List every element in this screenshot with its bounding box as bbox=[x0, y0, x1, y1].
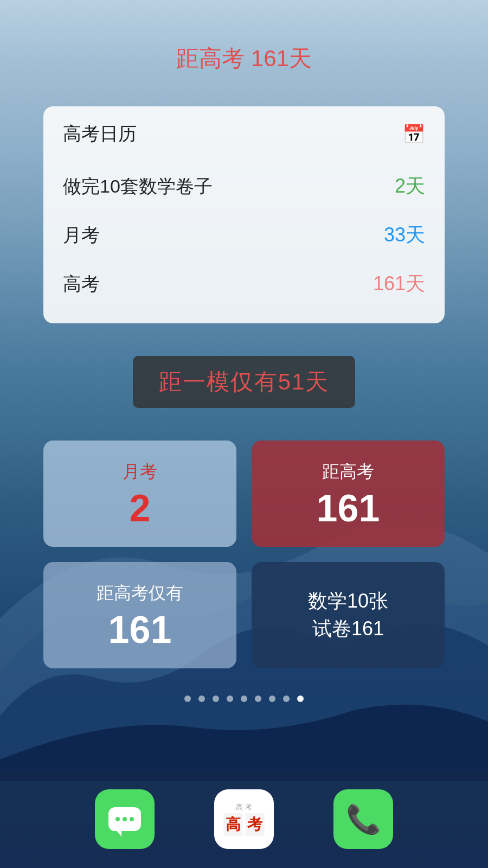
card-row-label-1: 月考 bbox=[63, 223, 100, 248]
card-row-value-2: 161天 bbox=[373, 271, 425, 297]
widget-shuxue-line2: 试卷161 bbox=[312, 616, 384, 642]
top-countdown-label: 距高考 161天 bbox=[176, 46, 312, 71]
card-row-1: 月考 33天 bbox=[63, 211, 425, 260]
phone-app-icon[interactable]: 📞 bbox=[333, 789, 393, 849]
top-countdown: 距高考 161天 bbox=[176, 43, 312, 74]
card-row-label-2: 高考 bbox=[63, 272, 100, 297]
gaokao-char-kao: 考 bbox=[245, 813, 265, 836]
dot-7 bbox=[283, 695, 290, 702]
card-row-value-0: 2天 bbox=[395, 173, 425, 200]
widget-shuxue[interactable]: 数学10张 试卷161 bbox=[252, 562, 445, 668]
card-header: 高考日历 📅 bbox=[63, 122, 425, 152]
msg-dot-1 bbox=[115, 817, 120, 821]
dot-2 bbox=[213, 695, 219, 702]
dot-1 bbox=[198, 695, 205, 702]
calendar-icon: 📅 bbox=[402, 123, 425, 145]
widget-grid: 月考 2 距高考 161 距高考仅有 161 数学10张 试卷161 bbox=[43, 441, 445, 668]
page-dots bbox=[184, 695, 304, 702]
widget-yuekao-number: 2 bbox=[130, 489, 151, 527]
dock: 高 考 高 考 📞 bbox=[0, 770, 488, 868]
card-row-0: 做完10套数学卷子 2天 bbox=[63, 162, 425, 211]
widget-jugaokao-jinyou-label: 距高考仅有 bbox=[97, 582, 183, 605]
card-row-2: 高考 161天 bbox=[63, 260, 425, 308]
widget-shuxue-content: 数学10张 试卷161 bbox=[308, 589, 388, 642]
widget-shuxue-line1: 数学10张 bbox=[308, 589, 388, 614]
banner-text: 距一模仅有51天 bbox=[159, 369, 330, 394]
gaokao-app-top: 高 考 bbox=[236, 802, 252, 812]
dot-5 bbox=[255, 695, 261, 702]
banner[interactable]: 距一模仅有51天 bbox=[133, 356, 356, 408]
widget-jugaokao-label: 距高考 bbox=[322, 460, 374, 484]
msg-dot-2 bbox=[123, 817, 127, 821]
widget-jugugaokao[interactable]: 距高考 161 bbox=[252, 441, 445, 547]
gaokao-app-icon[interactable]: 高 考 高 考 bbox=[214, 789, 274, 849]
card-row-label-0: 做完10套数学卷子 bbox=[63, 174, 213, 199]
gaokao-app-chars: 高 考 bbox=[223, 813, 265, 836]
messages-app-icon[interactable] bbox=[95, 789, 155, 849]
dot-6 bbox=[269, 695, 275, 702]
messages-bubble bbox=[108, 807, 141, 831]
dot-8 bbox=[297, 695, 304, 702]
card-title: 高考日历 bbox=[63, 122, 137, 146]
widget-jugaokao-jinyou[interactable]: 距高考仅有 161 bbox=[43, 562, 236, 668]
widget-yuekao-label: 月考 bbox=[123, 460, 157, 484]
widget-jugaokao-jinyou-number: 161 bbox=[108, 611, 172, 649]
phone-icon: 📞 bbox=[346, 803, 381, 836]
card-row-value-1: 33天 bbox=[384, 222, 425, 248]
msg-dot-3 bbox=[130, 817, 134, 821]
widget-jugaokao-number: 161 bbox=[317, 489, 380, 527]
card-widget: 高考日历 📅 做完10套数学卷子 2天 月考 33天 高考 161天 bbox=[43, 106, 445, 323]
dot-4 bbox=[241, 695, 247, 702]
dot-3 bbox=[227, 695, 233, 702]
dot-0 bbox=[184, 695, 191, 702]
widget-yuekao[interactable]: 月考 2 bbox=[43, 441, 236, 547]
gaokao-char-gao: 高 bbox=[223, 813, 243, 836]
